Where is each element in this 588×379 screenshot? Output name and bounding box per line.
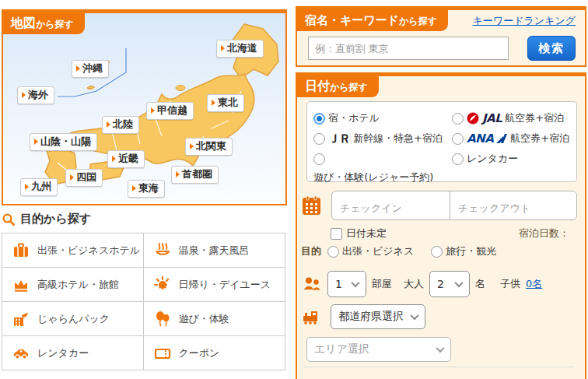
purpose-item-luxury-hotel[interactable]: 高級ホテル・旅館 — [2, 268, 144, 302]
map-search-panel: 地図から探す 北海道 沖縄 海外 東北 甲信越 北陸 山陰・山陽 北関東 近畿 … — [2, 9, 287, 205]
people-icon — [302, 275, 322, 293]
radio-icon[interactable] — [452, 153, 464, 165]
prefecture-select[interactable]: 都道府県選択 — [331, 304, 425, 329]
arrow-icon — [221, 45, 225, 51]
map-region-koshinetsu[interactable]: 甲信越 — [146, 102, 194, 120]
chevron-down-icon — [351, 279, 359, 287]
map-region-hokuriku[interactable]: 北陸 — [102, 116, 139, 134]
children-count-link[interactable]: 0名 — [526, 277, 542, 291]
nights-label: 宿泊日数： — [519, 226, 569, 240]
purpose-item-coupon[interactable]: クーポン — [144, 336, 285, 370]
keyword-tab-strong: 宿名・キーワード — [305, 13, 399, 27]
arrow-icon — [34, 139, 38, 145]
radio-icon[interactable] — [313, 153, 325, 165]
area-select[interactable]: エリア選択 — [306, 337, 451, 362]
adults-select[interactable]: 2 — [429, 271, 470, 297]
rooms-unit-label: 部屋 — [372, 277, 392, 291]
radio-business[interactable]: 出張・ビジネス — [327, 244, 414, 258]
radio-icon[interactable] — [452, 113, 464, 125]
purpose-item-business-hotel[interactable]: 出張・ビジネスホテル — [2, 233, 144, 268]
map-region-hokkaido[interactable]: 北海道 — [216, 40, 264, 58]
map-region-kinki[interactable]: 近畿 — [107, 150, 145, 168]
briefcase-icon — [12, 241, 30, 260]
map-tab-strong: 地図 — [11, 16, 36, 30]
keyword-ranking-link[interactable]: キーワードランキング — [473, 14, 576, 28]
date-search-panel: 日付から探す 宿・ホテル JAL 航空券+宿泊 ＪＲ 新幹線・特急+宿泊 ANA… — [296, 72, 586, 379]
arrow-icon — [22, 92, 26, 98]
map-region-shutoken[interactable]: 首都圏 — [171, 166, 219, 184]
purpose-item-jalan-pack[interactable]: じゃらんパック — [2, 302, 144, 336]
purpose-item-rentacar[interactable]: レンタカー — [2, 336, 144, 370]
radio-icon[interactable] — [452, 133, 464, 145]
purpose-section-title: 目的から探す — [2, 212, 285, 226]
radio-leisure[interactable] — [313, 153, 452, 165]
hotel-plane-icon — [12, 310, 30, 328]
map-region-tokai[interactable]: 東海 — [128, 180, 165, 198]
radio-icon[interactable] — [431, 246, 443, 258]
map-region-okinawa[interactable]: 沖縄 — [72, 60, 109, 78]
undated-row: 日付未定 宿泊日数： — [297, 226, 579, 240]
date-undecided-label[interactable]: 日付未定 — [346, 226, 387, 240]
car-icon — [12, 344, 30, 363]
date-panel-tab: 日付から探す — [297, 76, 379, 97]
divider — [303, 367, 574, 367]
map-region-overseas[interactable]: 海外 — [17, 86, 54, 104]
keyword-search-panel: 宿名・キーワードから探す キーワードランキング 検索 — [296, 6, 586, 67]
trip-purpose-label: 目的 — [301, 244, 321, 258]
arrow-icon — [176, 171, 180, 177]
map-region-tohoku[interactable]: 東北 — [207, 94, 244, 112]
children-label: 子供 — [500, 277, 520, 291]
keyword-input[interactable] — [308, 37, 509, 60]
checkin-input[interactable] — [332, 191, 450, 219]
radio-ana-package[interactable]: ANA 航空券+宿泊 — [452, 132, 572, 146]
purpose-item-dayuse[interactable]: 日帰り・デイユース — [144, 268, 285, 302]
date-undecided-checkbox[interactable] — [331, 228, 342, 240]
map-panel-tab: 地図から探す — [3, 13, 85, 34]
arrow-icon — [190, 143, 194, 149]
radio-hotel[interactable]: 宿・ホテル — [313, 111, 452, 125]
map-region-shikoku[interactable]: 四国 — [65, 169, 103, 187]
purpose-item-activities[interactable]: 遊び・体験 — [144, 302, 285, 336]
train-icon — [302, 308, 320, 325]
keyword-tab-rest: から探す — [399, 16, 437, 26]
map-tab-rest: から探す — [36, 19, 74, 30]
date-range-inputs — [331, 191, 577, 220]
checkout-input[interactable] — [450, 191, 576, 219]
arrow-icon — [151, 107, 155, 114]
crown-icon — [12, 275, 30, 294]
map-region-kitakanto[interactable]: 北関東 — [185, 138, 233, 156]
arrow-icon — [107, 121, 110, 128]
leisure-option-label[interactable]: 遊び・体験(レジャー予約) — [313, 170, 572, 184]
map-region-sanin-sanyo[interactable]: 山陰・山陽 — [30, 133, 97, 151]
date-input-row — [302, 191, 582, 220]
guests-row: 1 部屋 大人 2 名 子供 0名 — [302, 271, 542, 297]
jal-logo-icon — [467, 112, 479, 125]
rooms-select[interactable]: 1 — [327, 271, 366, 297]
date-tab-rest: から探す — [330, 82, 368, 93]
sun-icon — [153, 275, 172, 294]
arrow-icon — [132, 185, 136, 191]
chevron-down-icon — [410, 311, 418, 320]
onsen-icon — [153, 241, 172, 260]
adults-unit-label: 名 — [475, 277, 485, 291]
map-region-kyushu[interactable]: 九州 — [20, 178, 58, 196]
chevron-down-icon — [436, 344, 444, 353]
radio-rentacar[interactable]: レンタカー — [452, 152, 572, 166]
prefecture-row: 都道府県選択 — [302, 304, 425, 329]
radio-icon[interactable] — [327, 246, 339, 258]
radio-jr-package[interactable]: ＪＲ 新幹線・特急+宿泊 — [313, 132, 452, 146]
product-type-box: 宿・ホテル JAL 航空券+宿泊 ＪＲ 新幹線・特急+宿泊 ANA 航空券+宿泊… — [306, 101, 577, 182]
purpose-table: 出張・ビジネスホテル 温泉・露天風呂 高級ホテル・旅館 日帰り・デイユース じゃ… — [2, 233, 285, 370]
arrow-icon — [112, 156, 116, 162]
radio-sightseeing[interactable]: 旅行・観光 — [431, 244, 496, 258]
radio-jal-package[interactable]: JAL 航空券+宿泊 — [452, 111, 572, 125]
radio-selected-icon[interactable] — [313, 113, 325, 125]
calendar-icon — [302, 195, 321, 216]
radio-icon[interactable] — [313, 133, 325, 145]
purpose-item-onsen[interactable]: 温泉・露天風呂 — [144, 233, 285, 268]
search-button[interactable]: 検索 — [527, 36, 576, 61]
coupon-icon — [153, 344, 172, 363]
chevron-down-icon — [454, 279, 463, 287]
arrow-icon — [76, 65, 80, 72]
balloons-icon — [153, 310, 172, 328]
